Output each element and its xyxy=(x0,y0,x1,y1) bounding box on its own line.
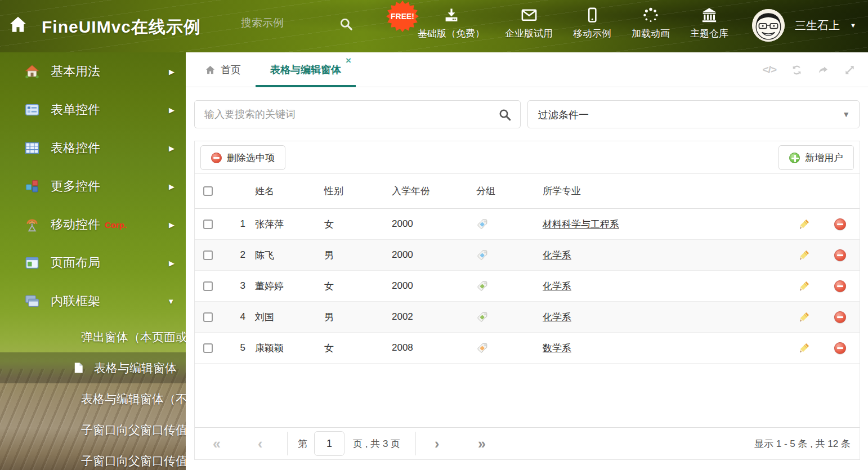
row-number: 5 xyxy=(221,342,250,353)
grid-toolbar: 删除选中项 新增用户 xyxy=(195,141,860,174)
column-header-name: 姓名 xyxy=(250,185,319,198)
filter-dropdown-value: 过滤条件一 xyxy=(538,108,589,122)
keyword-search-input[interactable] xyxy=(204,101,486,128)
delete-row-button[interactable] xyxy=(834,342,846,354)
last-page-button[interactable]: » xyxy=(478,437,486,451)
sidebar-subitem-child-to-parent-2[interactable]: 子窗口向父窗口传值... xyxy=(0,445,186,470)
edit-row-button[interactable] xyxy=(798,218,811,230)
row-checkbox[interactable] xyxy=(203,220,213,229)
sidebar-subitem-grid-edit-window[interactable]: 表格与编辑窗体 xyxy=(0,352,186,383)
delete-row-button[interactable] xyxy=(834,280,846,292)
sidebar-item-label: 更多控件 xyxy=(51,178,100,195)
select-all-checkbox[interactable] xyxy=(203,186,213,196)
table-row: 3 董婷婷 女 2000 化学系 xyxy=(195,271,860,302)
sidebar-item-basic-usage[interactable]: 基本用法 ▶ xyxy=(0,52,186,91)
home-icon[interactable] xyxy=(8,15,28,35)
keyword-search-box xyxy=(194,100,521,128)
refresh-icon[interactable] xyxy=(791,64,803,76)
edit-row-button[interactable] xyxy=(798,342,811,354)
sidebar-item-form-controls[interactable]: 表单控件 ▶ xyxy=(0,91,186,129)
delete-selected-button[interactable]: 删除选中项 xyxy=(200,145,285,170)
cell-name: 张萍萍 xyxy=(250,218,319,231)
major-link[interactable]: 化学系 xyxy=(543,281,571,292)
nav-item-enterprise-trial[interactable]: 企业版试用 xyxy=(505,7,553,40)
sidebar-item-grid-controls[interactable]: 表格控件 ▶ xyxy=(0,129,186,167)
row-checkbox[interactable] xyxy=(203,281,213,291)
tab-toolbar: </> xyxy=(763,64,856,76)
nav-item-basic-download[interactable]: 基础版（免费） xyxy=(418,7,485,40)
pagination-bar: « ‹ 第 页 , 共 3 页 › » 显示 1 - 5 条 , 共 12 条 xyxy=(195,427,860,459)
sidebar-item-label: 内联框架 xyxy=(51,293,100,310)
row-checkbox[interactable] xyxy=(203,343,213,353)
edit-row-button[interactable] xyxy=(798,249,811,261)
major-link[interactable]: 材料科学与工程系 xyxy=(543,219,619,230)
antenna-icon xyxy=(24,216,41,233)
mobile-icon xyxy=(584,7,601,24)
sidebar-subitem-popup-window[interactable]: 弹出窗体（本页面或... xyxy=(0,321,186,352)
table-row: 1 张萍萍 女 2000 材料科学与工程系 xyxy=(195,209,860,240)
tab-bar: 首页 表格与编辑窗体 × </> xyxy=(186,52,868,87)
page-number-input[interactable] xyxy=(314,431,344,456)
sidebar-subitem-grid-edit-window-2[interactable]: 表格与编辑窗体（不... xyxy=(0,383,186,414)
chevron-down-icon: ▼ xyxy=(167,297,175,306)
sidebar-subitem-label: 子窗口向父窗口传值 xyxy=(81,422,186,438)
edit-row-button[interactable] xyxy=(798,311,811,323)
edit-row-button[interactable] xyxy=(798,280,811,292)
cell-year: 2000 xyxy=(387,280,471,292)
sidebar-item-iframe[interactable]: 内联框架 ▼ xyxy=(0,282,186,320)
tab-grid-edit-window[interactable]: 表格与编辑窗体 × xyxy=(256,52,356,87)
table-header: 姓名 性别 入学年份 分组 所学专业 xyxy=(195,174,860,209)
cell-name: 康颖颖 xyxy=(250,342,319,355)
delete-row-button[interactable] xyxy=(834,311,846,323)
expand-icon[interactable] xyxy=(844,64,856,76)
tab-home[interactable]: 首页 xyxy=(202,52,244,87)
frames-icon xyxy=(24,293,41,310)
user-menu[interactable]: 三生石上 ▼ xyxy=(752,9,856,42)
record-summary: 显示 1 - 5 条 , 共 12 条 xyxy=(754,437,851,450)
add-user-button[interactable]: 新增用户 xyxy=(778,145,854,170)
envelope-icon xyxy=(521,7,538,24)
cell-name: 刘国 xyxy=(250,311,319,324)
delete-row-button[interactable] xyxy=(834,249,846,261)
row-checkbox[interactable] xyxy=(203,312,213,322)
sidebar-item-mobile-controls[interactable]: 移动控件 Corp. ▶ xyxy=(0,205,186,244)
delete-button-label: 删除选中项 xyxy=(227,151,275,164)
sidebar-item-label: 表格控件 xyxy=(51,140,100,156)
sidebar-item-page-layout[interactable]: 页面布局 ▶ xyxy=(0,244,186,282)
nav-item-loading-animation[interactable]: 加载动画 xyxy=(632,7,670,40)
download-icon xyxy=(443,7,460,24)
search-icon[interactable] xyxy=(339,17,354,32)
minus-icon xyxy=(211,153,222,163)
home-icon xyxy=(24,63,41,80)
page-prefix-label: 第 xyxy=(298,437,307,450)
page-icon xyxy=(72,361,85,374)
major-link[interactable]: 化学系 xyxy=(543,250,571,261)
nav-item-mobile-demo[interactable]: 移动示例 xyxy=(573,7,611,40)
cell-gender: 女 xyxy=(319,280,387,293)
pager-divider xyxy=(415,432,416,455)
cell-year: 2008 xyxy=(387,342,471,353)
code-icon[interactable]: </> xyxy=(763,64,776,76)
pager-divider xyxy=(287,432,288,455)
nav-label: 移动示例 xyxy=(573,27,611,40)
cell-gender: 男 xyxy=(319,249,387,262)
sidebar-subitem-child-to-parent[interactable]: 子窗口向父窗口传值 xyxy=(0,414,186,445)
sidebar-item-label: 页面布局 xyxy=(51,254,100,271)
user-name: 三生石上 xyxy=(795,18,840,33)
tab-label: 表格与编辑窗体 xyxy=(270,63,341,77)
search-icon[interactable] xyxy=(498,108,512,122)
close-icon[interactable]: × xyxy=(346,57,351,65)
next-page-button[interactable]: › xyxy=(435,437,439,451)
row-checkbox[interactable] xyxy=(203,250,213,260)
major-link[interactable]: 数学系 xyxy=(543,343,571,353)
sidebar-item-more-controls[interactable]: 更多控件 ▶ xyxy=(0,167,186,205)
nav-item-theme-repo[interactable]: 主题仓库 xyxy=(690,7,728,40)
share-icon[interactable] xyxy=(817,64,829,76)
first-page-button[interactable]: « xyxy=(213,437,221,451)
prev-page-button[interactable]: ‹ xyxy=(258,437,262,451)
column-header-year: 入学年份 xyxy=(387,185,471,198)
header-search-input[interactable] xyxy=(241,17,325,29)
filter-dropdown[interactable]: 过滤条件一 ▼ xyxy=(527,100,860,128)
major-link[interactable]: 化学系 xyxy=(543,312,571,323)
delete-row-button[interactable] xyxy=(834,218,846,230)
